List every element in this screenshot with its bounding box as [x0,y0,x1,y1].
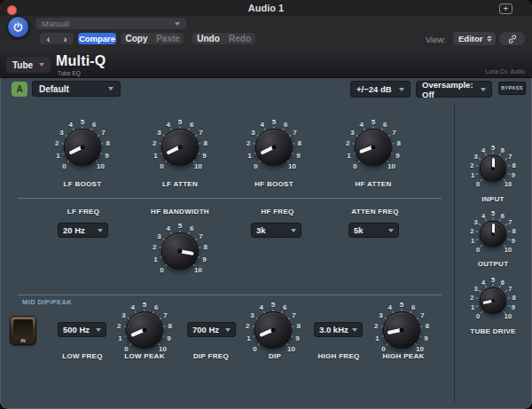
knob-scale-number: 9 [167,334,170,342]
view-mode-dropdown[interactable]: Editor [453,32,496,45]
atten-freq-label: ATTEN FREQ [351,208,399,216]
atten-freq-dropdown[interactable]: 5k [348,223,399,238]
knob-scale-number: 4 [131,303,135,311]
hf-boost-knob[interactable]: 012345678910 [240,114,308,181]
low-freq-label: LOW FREQ [62,352,103,360]
chevron-down-icon [175,22,180,26]
knob-scale-number: 5 [143,301,146,309]
knob-tick [480,179,482,182]
knob-tick [479,224,481,226]
input-knob[interactable]: 012345678910 [466,141,520,196]
knob-scale-number: 2 [153,243,156,251]
knob-tick [476,239,479,240]
range-dropdown[interactable]: +/−24 dB [350,81,411,98]
knob-scale-number: 8 [396,139,400,147]
knob-scale-number: 5 [400,301,403,309]
knob-scale-number: 9 [512,237,515,245]
knob-scale-number: 4 [388,303,392,311]
knob-tick [291,335,293,337]
lf-boost-knob[interactable]: 012345678910 [49,114,116,181]
dip-freq-dropdown[interactable]: 700 Hz [187,322,236,337]
low-peak-label: LOW PEAK [124,352,165,360]
knob-tick [391,153,394,154]
knob-tick [420,326,423,327]
toolbar-preset-menu[interactable]: Manual [35,18,186,29]
oversample-dropdown-value: Oversample: Off [422,80,481,99]
hf-atten-knob[interactable]: 012345678910 [340,114,407,181]
preset-dropdown[interactable]: Default [32,81,121,97]
window-close-button[interactable] [7,5,17,15]
brand-label: Luna Co. Audio [486,68,525,75]
knob-scale-number: 3 [157,232,160,240]
knob-scale-number: 3 [157,128,160,136]
knob-scale-number: 1 [375,334,379,342]
knob-tick [198,153,200,154]
preset-dropdown-value: Default [39,84,69,94]
dip-label: DIP [269,352,281,360]
knob-scale-number: 6 [283,303,286,311]
model-dropdown[interactable]: Tube [6,57,51,73]
knob-scale-number: 7 [508,217,512,225]
hf-bandwidth-knob[interactable]: 012345678910 [146,217,214,285]
knob-tick [101,144,104,145]
previous-preset-button[interactable]: ‹ [40,34,57,44]
plugin-power-button[interactable] [7,16,29,38]
knob-tick [507,173,510,175]
tube-drive-knob[interactable]: 012345678910 [466,273,520,328]
knob-scale-number: 2 [470,227,473,235]
toolbar-preset-menu-value: Manual [42,19,69,28]
knob-scale-number: 3 [350,128,354,136]
knob-tick [508,165,511,166]
hf-freq-dropdown[interactable]: 3k [251,223,301,238]
output-knob[interactable]: 012345678910 [466,207,520,262]
oversample-dropdown[interactable]: Oversample: Off [416,81,492,98]
knob-scale-number: 2 [246,139,250,147]
chevron-down-icon [291,229,296,232]
knob-tick [292,153,294,154]
knob-scale-number: 6 [501,146,505,153]
knob-scale-number: 2 [374,322,378,330]
lf-freq-dropdown[interactable]: 20 Hz [58,223,108,238]
knob-scale-number: 9 [424,334,427,342]
copy-button[interactable]: Copy [121,33,153,44]
mid-in-button[interactable]: IN [10,316,36,345]
plugin-title: Multi-Q [56,53,106,69]
mid-section-title: MID DIP/PEAK [22,298,72,306]
lf-atten-knob[interactable]: 012345678910 [146,114,214,181]
chevron-down-icon [352,328,357,332]
knob-scale-number: 6 [190,121,193,129]
tube-drive-label: TUBE DRIVE [470,327,515,335]
knob-tick [493,283,494,286]
bypass-button[interactable]: BYPASS [498,82,526,95]
knob-scale-number: 5 [178,118,182,126]
mid-in-button-label: IN [11,338,35,343]
high-freq-dropdown[interactable]: 3.0 kHz [314,322,363,337]
link-button[interactable] [499,32,525,45]
setting-slot-badge[interactable]: A [12,82,27,97]
knob-scale-number: 9 [512,303,515,311]
knob-scale-number: 2 [55,139,59,147]
plugin-window: Audio 1 + Manual ‹ › Compare Copy Paste … [0,0,532,409]
link-icon [507,34,518,44]
knob-center-dot [143,328,147,333]
knob-scale-number: 1 [471,303,474,311]
knob-scale-number: 4 [360,121,364,129]
knob-tick [505,158,507,161]
hf-boost-label: HF BOOST [254,180,293,188]
low-freq-dropdown[interactable]: 500 Hz [58,322,106,337]
lf-atten-label: LF ATTEN [162,180,198,188]
knob-scale-number: 9 [296,151,300,159]
undo-button[interactable]: Undo [192,33,224,44]
redo-button[interactable]: Redo [224,33,255,44]
paste-button[interactable]: Paste [153,33,184,44]
next-preset-button[interactable]: › [57,34,74,44]
range-dropdown-value: +/−24 dB [356,84,392,94]
knob-scale-number: 6 [411,303,415,311]
knob-tick [198,256,200,258]
window-zoom-icon[interactable]: + [499,4,512,14]
knob-scale-number: 8 [106,139,109,147]
knob-scale-number: 6 [154,303,158,311]
compare-button[interactable]: Compare [78,33,116,44]
knob-scale-number: 4 [261,121,264,129]
lf-freq-value: 20 Hz [63,225,85,235]
